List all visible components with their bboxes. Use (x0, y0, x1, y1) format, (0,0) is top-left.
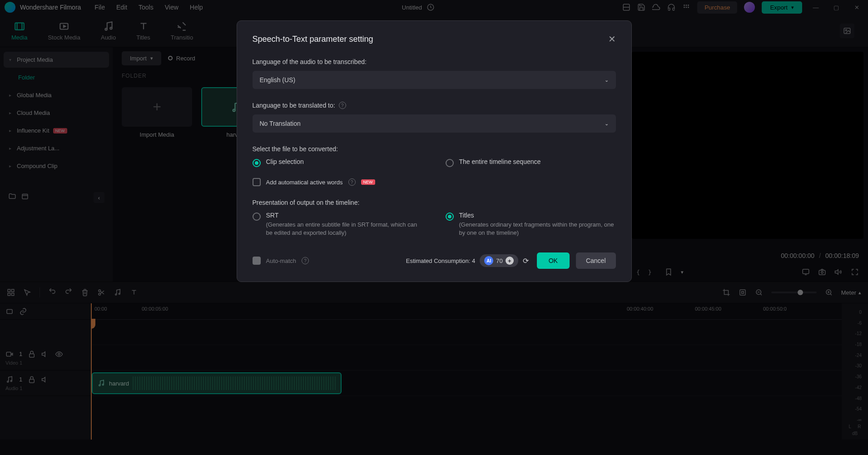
ai-credits-pill[interactable]: AI 70 + (480, 254, 518, 267)
lang-trans-select[interactable]: No Translation ⌄ (253, 114, 616, 133)
checkbox-auto-match[interactable] (253, 257, 261, 265)
help-icon[interactable]: ? (348, 178, 356, 186)
cancel-button[interactable]: Cancel (576, 252, 616, 269)
chevron-down-icon: ⌄ (605, 121, 609, 127)
radio-clip-selection[interactable]: Clip selection (253, 158, 423, 167)
radio-icon (446, 213, 454, 221)
ok-button[interactable]: OK (537, 252, 570, 269)
checkbox-icon (253, 178, 261, 186)
close-button[interactable]: ✕ (608, 34, 616, 45)
radio-icon (446, 159, 454, 167)
checkbox-active-words[interactable]: Add automatical active words ? NEW (253, 178, 616, 186)
modal-overlay: Speech-to-Text parameter setting ✕ Langu… (0, 0, 868, 455)
new-badge: NEW (361, 179, 375, 185)
radio-srt[interactable]: SRT (Generates an entire subtitle file i… (253, 212, 423, 237)
presentation-label: Presentation of output on the timeline: (253, 199, 616, 206)
radio-icon (253, 159, 261, 167)
radio-titles[interactable]: Titles (Generates ordinary text fragment… (446, 212, 616, 237)
speech-to-text-modal: Speech-to-Text parameter setting ✕ Langu… (237, 20, 632, 282)
ai-badge-icon: AI (484, 256, 493, 265)
select-file-label: Select the file to be converted: (253, 145, 616, 153)
refresh-icon[interactable]: ⟳ (523, 257, 529, 265)
plus-icon: + (506, 257, 514, 265)
estimated-consumption: Estimated Consumption: 4 (406, 257, 475, 264)
chevron-down-icon: ⌄ (605, 77, 609, 83)
lang-audio-label: Language of the audio to be transcribed: (253, 58, 616, 65)
help-icon[interactable]: ? (339, 102, 346, 109)
lang-trans-label: Language to be translated to: ? (253, 102, 616, 109)
help-icon[interactable]: ? (302, 257, 309, 264)
lang-audio-select[interactable]: English (US) ⌄ (253, 71, 616, 89)
modal-title: Speech-to-Text parameter setting (253, 35, 373, 44)
radio-entire-timeline[interactable]: The entire timeline sequence (446, 158, 616, 167)
radio-icon (253, 213, 261, 221)
